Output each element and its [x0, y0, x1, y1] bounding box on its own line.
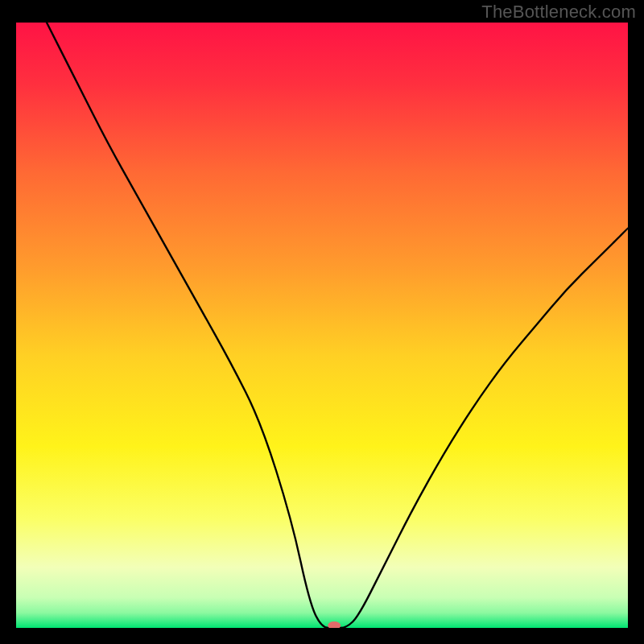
plot-area [16, 23, 628, 628]
bottleneck-chart [16, 23, 628, 628]
watermark-text: TheBottleneck.com [481, 2, 636, 23]
chart-frame: TheBottleneck.com [0, 0, 644, 644]
